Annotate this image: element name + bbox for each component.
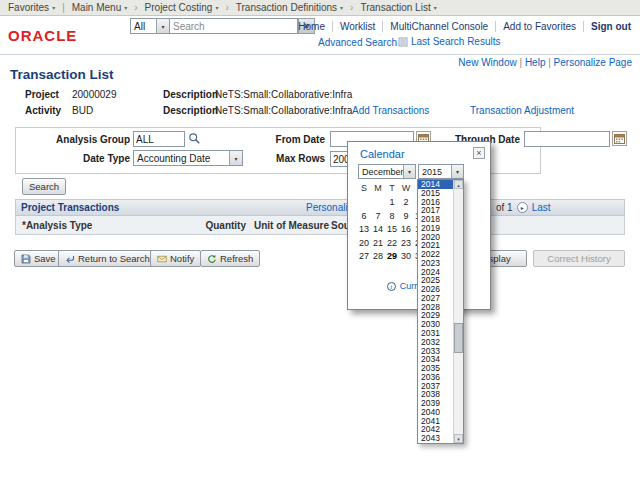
breadcrumb: Favorites ▾ | Main Menu ▾ › Project Cost… <box>0 0 640 16</box>
header-link[interactable]: Add to Favorites <box>496 21 584 32</box>
correct-history-button: Correct History <box>533 250 625 267</box>
activity-value: BUD <box>72 105 93 116</box>
app-header: ORACLE All ▾ » Advanced Search Last Sear… <box>0 16 640 55</box>
chevron-down-icon: ▾ <box>229 151 242 165</box>
from-date-label: From Date <box>250 134 325 145</box>
info-icon: i <box>387 282 396 291</box>
calendar-day[interactable]: 1 <box>385 196 399 210</box>
chevron-down-icon: ▾ <box>52 4 55 11</box>
date-type-value: Accounting Date <box>134 153 229 164</box>
activity-description-label: Description <box>163 105 218 116</box>
chevron-down-icon: ▾ <box>451 165 463 178</box>
pager-last-link[interactable]: Last <box>532 202 551 213</box>
activity-description: NeTS:Small:Collaborative:Infra <box>215 105 352 116</box>
chevron-down-icon: ▾ <box>215 4 218 11</box>
oracle-logo: ORACLE <box>8 27 77 44</box>
breadcrumb-item[interactable]: › Transaction Definitions ▾ <box>225 2 343 13</box>
pager-next-glyph: ▸ <box>521 204 524 211</box>
calendar-day[interactable]: 23 <box>399 237 413 251</box>
calendar-day[interactable]: 27 <box>357 250 371 264</box>
lookup-magnifier-icon[interactable] <box>188 132 201 145</box>
calendar-day[interactable]: 14 <box>371 223 385 237</box>
close-icon[interactable]: × <box>473 147 485 159</box>
last-search-results-link[interactable]: Last Search Results <box>411 36 501 47</box>
column-quantity: Quantity <box>176 220 246 231</box>
add-transactions-link[interactable]: Add Transactions <box>352 105 429 116</box>
header-link[interactable]: MultiChannel Console <box>383 21 496 32</box>
search-input[interactable] <box>170 18 298 34</box>
refresh-button[interactable]: Refresh <box>200 250 260 267</box>
refresh-icon <box>207 254 217 264</box>
transaction-adjustment-link[interactable]: Transaction Adjustment <box>470 105 574 116</box>
dropdown-scrollbar[interactable]: ▴ ▾ <box>453 180 463 443</box>
through-date-calendar-icon[interactable] <box>612 131 627 146</box>
global-search: All ▾ » <box>130 18 315 34</box>
refresh-label: Refresh <box>220 253 253 264</box>
calendar-day[interactable]: 2 <box>399 196 413 210</box>
calendar-day[interactable]: 9 <box>399 210 413 224</box>
header-links: HomeWorklistMultiChannel ConsoleAdd to F… <box>291 21 638 32</box>
day-header: T <box>385 183 399 193</box>
search-scope-select[interactable]: All ▾ <box>130 18 170 34</box>
search-button[interactable]: Search <box>22 178 66 195</box>
year-dropdown-list: 2014201520162017201820192020202120222023… <box>417 179 464 444</box>
column-unit-of-measure: Unit of Measure <box>254 220 329 231</box>
calendar-day[interactable]: 22 <box>385 237 399 251</box>
breadcrumb-item[interactable]: › Transaction List ▾ <box>350 2 437 13</box>
scroll-down-icon[interactable]: ▾ <box>454 434 463 443</box>
search-scope-value: All <box>131 21 156 32</box>
header-link[interactable]: Sign out <box>584 21 638 32</box>
scroll-up-icon[interactable]: ▴ <box>454 180 463 189</box>
chevron-down-icon: ▾ <box>403 165 415 178</box>
calendar-day[interactable]: 6 <box>357 210 371 224</box>
through-date-input[interactable] <box>524 131 610 147</box>
correct-history-label: Correct History <box>547 253 610 264</box>
advanced-search-link[interactable]: Advanced Search <box>318 37 397 48</box>
breadcrumb-item[interactable]: Favorites ▾ <box>8 2 55 13</box>
breadcrumb-item[interactable]: | Main Menu ▾ <box>62 2 127 13</box>
page-utility-link[interactable]: New Window <box>458 57 516 68</box>
calendar-day[interactable]: 16 <box>399 223 413 237</box>
last-page-icon[interactable]: ▸ <box>517 202 528 213</box>
header-link[interactable]: Home <box>291 21 333 32</box>
calendar-month-select[interactable]: December ▾ <box>358 164 416 179</box>
year-options: 2014201520162017201820192020202120222023… <box>418 180 453 443</box>
calendar-day[interactable] <box>357 196 371 210</box>
notify-button[interactable]: Notify <box>150 250 201 267</box>
grid-pager: of 1 ▸ Last <box>496 202 551 213</box>
scrollbar-thumb[interactable] <box>454 323 463 353</box>
calendar-day[interactable]: 13 <box>357 223 371 237</box>
calendar-day[interactable]: 15 <box>385 223 399 237</box>
page-utility-links: New WindowHelpPersonalize Page <box>458 57 632 68</box>
breadcrumb-separator: | <box>62 2 65 13</box>
calendar-day[interactable]: 21 <box>371 237 385 251</box>
calendar-year-select[interactable]: 2015 ▾ <box>418 164 464 179</box>
peoplesoft-transaction-list-screen: Favorites ▾ | Main Menu ▾ › Project Cost… <box>0 0 640 480</box>
grid-title: Project Transactions <box>21 202 119 213</box>
calendar-day[interactable]: 20 <box>357 237 371 251</box>
date-type-select[interactable]: Accounting Date ▾ <box>133 150 243 166</box>
calendar-day[interactable]: 7 <box>371 210 385 224</box>
chevron-down-icon: ▾ <box>434 4 437 11</box>
page-utility-link[interactable]: Personalize Page <box>545 57 632 68</box>
calendar-day[interactable] <box>371 196 385 210</box>
save-button[interactable]: Save <box>14 250 63 267</box>
grid-column-header-row: *Analysis Type Quantity Unit of Measure … <box>15 216 625 235</box>
calendar-day[interactable]: 28 <box>371 250 385 264</box>
calendar-day[interactable]: 29 <box>385 250 399 264</box>
calendar-year-value: 2015 <box>419 167 451 177</box>
last-search-results: Last Search Results <box>398 36 501 47</box>
day-header: M <box>371 183 385 193</box>
chevron-down-icon: ▾ <box>340 4 343 11</box>
calendar-day[interactable]: 8 <box>385 210 399 224</box>
year-option[interactable]: 2043 <box>418 434 453 443</box>
page-utility-link[interactable]: Help <box>517 57 546 68</box>
return-to-search-button[interactable]: Return to Search <box>58 250 157 267</box>
analysis-group-input[interactable] <box>133 131 185 147</box>
max-rows-label: Max Rows <box>250 153 325 164</box>
breadcrumb-label: Project Costing <box>145 2 213 13</box>
calendar-day[interactable]: 30 <box>399 250 413 264</box>
breadcrumb-label: Transaction List <box>360 2 430 13</box>
breadcrumb-item[interactable]: › Project Costing ▾ <box>134 2 218 13</box>
header-link[interactable]: Worklist <box>333 21 383 32</box>
